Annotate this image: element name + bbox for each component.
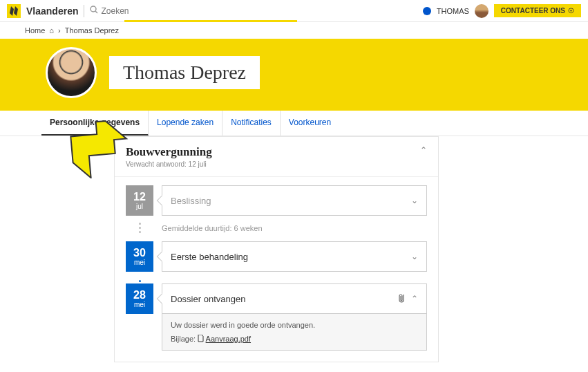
timeline-step-ontvangen: 28 mei Dossier ontvangen ⌃ [126, 283, 427, 314]
date-box: 12 jul [126, 185, 153, 216]
logo-icon [7, 4, 21, 18]
avatar-large [46, 47, 97, 98]
bijlage-label: Bijlage: [171, 335, 196, 343]
tab-personal[interactable]: Persoonlijke gegevens [41, 111, 149, 136]
contact-label: CONTACTEER ONS [501, 7, 565, 15]
tab-lopende[interactable]: Lopende zaken [149, 111, 222, 136]
search-input[interactable] [101, 6, 156, 16]
chevron-down-icon[interactable]: ⌄ [411, 196, 418, 205]
breadcrumb: Home ⌂ › Thomas Deprez [0, 22, 588, 39]
date-month: mei [134, 301, 145, 308]
duration-row: Gemiddelde duurtijd: 6 weken [126, 223, 427, 233]
page-title: Thomas Deprez [109, 56, 260, 89]
date-day: 30 [133, 248, 146, 259]
timeline: 12 jul Beslissing ⌄ Gemiddelde duurtijd:… [115, 177, 438, 362]
attachment-row: Bijlage: Aanvraag.pdf [171, 335, 418, 343]
panel-title: Bouwvergunning [126, 145, 212, 159]
timeline-step-beslissing: 12 jul Beslissing ⌄ [126, 185, 427, 216]
date-day: 12 [133, 192, 146, 203]
date-day: 28 [133, 290, 146, 301]
duration-label: Gemiddelde duurtijd: 6 weken [162, 224, 263, 232]
topbar: Vlaanderen THOMAS CONTACTEER ONS ☉ [0, 0, 588, 22]
breadcrumb-home[interactable]: Home [25, 26, 45, 35]
connector-dot [126, 279, 153, 283]
timeline-step-behandeling: 30 mei Eerste behandeling ⌄ [126, 241, 427, 272]
chevron-up-icon[interactable]: ⌃ [420, 145, 427, 155]
step-detail: Uw dossier werd in goede orde ontvangen.… [162, 314, 427, 351]
main-content: Bouwvergunning Verwacht antwoord: 12 jul… [0, 136, 588, 372]
breadcrumb-home-icon: ⌂ [49, 26, 54, 35]
step-box[interactable]: Beslissing ⌄ [162, 185, 427, 216]
svg-point-0 [91, 6, 96, 12]
hero-banner: Thomas Deprez [0, 39, 588, 111]
attachment-link[interactable]: Aanvraag.pdf [206, 335, 251, 343]
chat-icon: ☉ [568, 7, 574, 15]
file-icon [198, 335, 205, 343]
breadcrumb-current: Thomas Deprez [65, 26, 119, 35]
search-wrap[interactable] [90, 6, 156, 16]
attachment-icon [399, 293, 406, 305]
chevron-right-icon: › [58, 26, 61, 35]
hero-inner: Thomas Deprez [25, 47, 563, 98]
date-box: 30 mei [126, 241, 153, 272]
step-box[interactable]: Eerste behandeling ⌄ [162, 241, 427, 272]
search-icon [90, 6, 98, 16]
topbar-left: Vlaanderen [7, 4, 156, 18]
dots-icon [126, 223, 153, 233]
date-month: jul [136, 203, 143, 210]
date-month: mei [134, 259, 145, 266]
step-box[interactable]: Dossier ontvangen ⌃ [162, 283, 427, 314]
brand-label: Vlaanderen [26, 6, 78, 17]
step-label: Eerste behandeling [171, 252, 248, 262]
accent-bar [124, 20, 297, 22]
tab-voorkeuren[interactable]: Voorkeuren [281, 111, 339, 136]
chevron-down-icon[interactable]: ⌄ [411, 252, 418, 261]
tab-notificaties[interactable]: Notificaties [222, 111, 281, 136]
topbar-right: THOMAS CONTACTEER ONS ☉ [423, 4, 581, 18]
date-box: 28 mei [126, 283, 153, 314]
panel-header[interactable]: Bouwvergunning Verwacht antwoord: 12 jul… [115, 137, 438, 177]
chevron-up-icon[interactable]: ⌃ [411, 294, 418, 304]
detail-text: Uw dossier werd in goede orde ontvangen. [171, 321, 418, 329]
divider [84, 5, 84, 17]
avatar-small[interactable] [475, 4, 489, 18]
contact-button[interactable]: CONTACTEER ONS ☉ [494, 4, 581, 17]
svg-line-1 [95, 11, 97, 13]
case-panel: Bouwvergunning Verwacht antwoord: 12 jul… [114, 136, 439, 362]
panel-subtitle: Verwacht antwoord: 12 juli [126, 160, 212, 168]
user-name-label: THOMAS [437, 7, 469, 15]
step-label: Dossier ontvangen [171, 294, 245, 304]
notification-badge[interactable] [423, 7, 431, 15]
step-label: Beslissing [171, 196, 211, 206]
tab-bar: Persoonlijke gegevens Lopende zaken Noti… [0, 111, 588, 136]
